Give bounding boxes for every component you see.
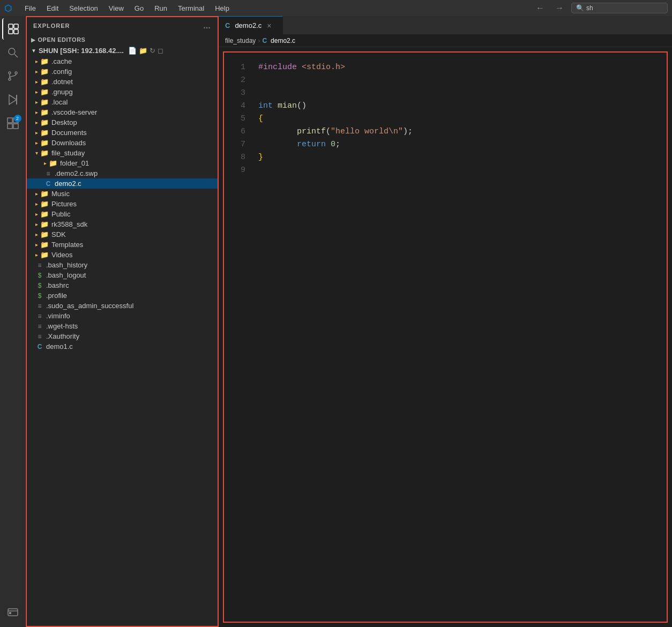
tree-item-local[interactable]: ▸📁.local <box>27 97 218 107</box>
back-button[interactable]: ← <box>533 2 548 14</box>
code-content[interactable]: #include <stdio.h> int mian() { printf("… <box>250 53 667 622</box>
folder-icon: 📁 <box>40 68 49 76</box>
tree-item-bash_logout[interactable]: $.bash_logout <box>27 270 218 280</box>
tree-item-bashrc[interactable]: $.bashrc <box>27 280 218 290</box>
tab-c-icon: C <box>225 21 230 29</box>
open-editors-chevron: ▶ <box>31 37 36 43</box>
menu-file[interactable]: File <box>20 3 40 13</box>
file-icon: $ <box>35 292 44 300</box>
code-line-5: { <box>258 113 658 125</box>
tree-item-cache[interactable]: ▸📁.cache <box>27 56 218 66</box>
chevron-icon: ▸ <box>44 160 47 166</box>
extensions-badge: 2 <box>14 115 21 122</box>
tree-item-pictures[interactable]: ▸📁Pictures <box>27 199 218 209</box>
folder-icon: 📁 <box>40 57 49 65</box>
tree-item-bash_history[interactable]: ≡.bash_history <box>27 260 218 270</box>
tree-item-config[interactable]: ▸📁.config <box>27 66 218 77</box>
tab-close-button[interactable]: × <box>267 21 271 30</box>
chevron-icon: ▸ <box>35 69 38 74</box>
tree-item-gnupg[interactable]: ▸📁.gnupg <box>27 87 218 97</box>
menu-selection[interactable]: Selection <box>65 3 102 13</box>
svg-point-18 <box>9 613 11 614</box>
folder-icon: 📁 <box>40 88 49 96</box>
tree-item-folder_01[interactable]: ▸📁folder_01 <box>27 158 218 168</box>
tree-item-demo2cswp[interactable]: ≡.demo2.c.swp <box>27 168 218 178</box>
tree-item-dotnet[interactable]: ▸📁.dotnet <box>27 77 218 87</box>
code-line-9 <box>258 164 658 177</box>
refresh-icon[interactable]: ↻ <box>150 47 155 55</box>
activity-extensions[interactable]: 2 <box>2 113 24 134</box>
tree-item-viminfo[interactable]: ≡.viminfo <box>27 311 218 321</box>
file-tree: ▸📁.cache▸📁.config▸📁.dotnet▸📁.gnupg▸📁.loc… <box>27 56 218 352</box>
svg-point-8 <box>9 72 11 74</box>
forward-button[interactable]: → <box>552 2 567 14</box>
tree-item-xauthority[interactable]: ≡.Xauthority <box>27 331 218 341</box>
line-numbers: 1 2 3 4 5 6 7 8 9 <box>224 53 250 622</box>
activity-git[interactable] <box>2 65 24 87</box>
code-line-7: return 0; <box>258 138 658 151</box>
titlebar: ⬡ File Edit Selection View Go Run Termin… <box>0 0 672 16</box>
tree-item-videos[interactable]: ▸📁Videos <box>27 250 218 260</box>
tree-item-demo2c[interactable]: Cdemo2.c <box>27 178 218 189</box>
svg-marker-10 <box>9 95 17 104</box>
new-file-icon[interactable]: 📄 <box>128 47 137 55</box>
svg-rect-2 <box>9 29 13 34</box>
collapse-icon[interactable]: ◻ <box>158 47 163 55</box>
tree-item-profile[interactable]: $.profile <box>27 290 218 301</box>
search-bar[interactable]: 🔍 sh <box>571 3 668 13</box>
chevron-icon: ▸ <box>35 140 38 146</box>
tree-item-label: SDK <box>51 230 66 238</box>
folder-icon: 📁 <box>40 210 49 218</box>
chevron-icon: ▸ <box>35 201 38 207</box>
ssh-root[interactable]: ▼ SHUN [SSH: 192.168.42.... 📄 📁 ↻ ◻ <box>27 45 218 56</box>
chevron-icon: ▸ <box>35 109 38 115</box>
tree-item-label: .cache <box>51 57 72 65</box>
tree-item-downloads[interactable]: ▸📁Downloads <box>27 138 218 148</box>
chevron-icon: ▸ <box>35 191 38 197</box>
tree-item-file_studay[interactable]: ▾📁file_studay <box>27 148 218 158</box>
code-line-3 <box>258 87 658 100</box>
menu-view[interactable]: View <box>104 3 128 13</box>
tree-item-wget_hsts[interactable]: ≡.wget-hsts <box>27 321 218 331</box>
file-icon: C <box>35 343 44 350</box>
menu-run[interactable]: Run <box>150 3 171 13</box>
menu-go[interactable]: Go <box>130 3 148 13</box>
tree-item-label: Pictures <box>51 200 77 208</box>
tree-item-music[interactable]: ▸📁Music <box>27 189 218 199</box>
breadcrumb-folder[interactable]: file_studay <box>225 37 256 44</box>
tree-item-templates[interactable]: ▸📁Templates <box>27 240 218 250</box>
open-editors-section[interactable]: ▶ OPEN EDITORS <box>27 34 218 45</box>
git-icon <box>6 70 19 83</box>
tree-item-desktop[interactable]: ▸📁Desktop <box>27 117 218 128</box>
file-icon: ≡ <box>35 323 44 330</box>
tree-item-rk3588_sdk[interactable]: ▸📁rk3588_sdk <box>27 219 218 229</box>
menu-edit[interactable]: Edit <box>42 3 63 13</box>
activity-run[interactable] <box>2 89 24 110</box>
tree-item-label: Music <box>51 190 70 198</box>
svg-rect-15 <box>13 124 18 129</box>
ellipsis-icon[interactable]: … <box>203 21 211 30</box>
new-folder-icon[interactable]: 📁 <box>139 47 147 55</box>
tab-label: demo2.c <box>235 21 262 29</box>
tree-item-sdk[interactable]: ▸📁SDK <box>27 229 218 240</box>
menu-help[interactable]: Help <box>211 3 234 13</box>
sidebar: EXPLORER … ▶ OPEN EDITORS ▼ SHUN [SSH: 1… <box>26 16 219 627</box>
tab-demo2c[interactable]: C demo2.c × <box>219 16 283 34</box>
tree-item-sudo_as_admin[interactable]: ≡.sudo_as_admin_successful <box>27 301 218 311</box>
tree-item-demo1c[interactable]: Cdemo1.c <box>27 341 218 352</box>
menu-terminal[interactable]: Terminal <box>174 3 208 13</box>
file-icon: C <box>44 180 53 188</box>
tree-item-documents[interactable]: ▸📁Documents <box>27 128 218 138</box>
tree-item-vscode-server[interactable]: ▸📁.vscode-server <box>27 107 218 117</box>
tree-item-public[interactable]: ▸📁Public <box>27 209 218 219</box>
activity-remote[interactable] <box>2 601 24 623</box>
tree-item-label: .profile <box>46 292 67 300</box>
remote-icon <box>6 606 19 618</box>
breadcrumb-file[interactable]: demo2.c <box>271 37 295 44</box>
activity-search[interactable] <box>2 42 24 63</box>
svg-line-5 <box>14 54 18 57</box>
tree-item-label: .bash_history <box>46 261 87 269</box>
activity-explorer[interactable] <box>2 18 24 40</box>
file-icon: ≡ <box>35 333 44 340</box>
svg-rect-14 <box>8 124 12 129</box>
